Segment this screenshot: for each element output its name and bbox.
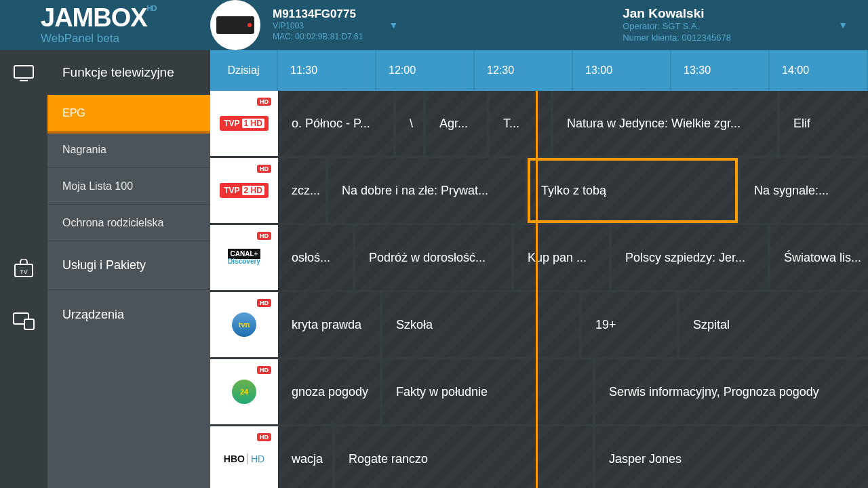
today-cell[interactable]: Dzisiaj — [210, 50, 278, 91]
program-cell-selected[interactable]: Tylko z tobą — [528, 158, 738, 223]
svg-text:TV: TV — [20, 268, 28, 275]
program-cell[interactable]: kryta prawda — [278, 292, 380, 357]
channel-logo: TVP1 HD — [220, 116, 269, 131]
main: TV Funkcje telewizyjne EPG Nagrania Moja… — [0, 50, 868, 488]
channel-cell[interactable]: HDHBOHD — [210, 426, 278, 488]
device-image — [210, 0, 260, 50]
hd-badge: HD — [257, 98, 271, 106]
channel-logo: tvn — [232, 312, 256, 337]
channel-cell[interactable]: HDtvn — [210, 292, 278, 357]
header: JAMBOXHD WebPanel beta M91134FG0775 VIP1… — [0, 0, 868, 50]
services-icon[interactable]: TV — [12, 259, 35, 278]
program-cell[interactable]: Szkoła — [382, 292, 579, 357]
nav-group-tv[interactable]: Funkcje telewizyjne — [47, 50, 210, 95]
epg-rows: HDTVP1 HDo. Północ - P...\Agr...T...Natu… — [210, 91, 868, 488]
program-cell[interactable]: osłoś... — [278, 225, 353, 290]
channel-cell[interactable]: HDTVP2 HD — [210, 158, 278, 223]
program-cell[interactable]: Podróż w dorosłość... — [355, 225, 511, 290]
time-cell[interactable]: 11:30 — [278, 50, 376, 91]
program-cell[interactable]: Szpital — [679, 292, 868, 357]
user-clientno: Numer klienta: 0012345678 — [623, 33, 812, 44]
time-cell[interactable]: 13:30 — [671, 50, 770, 91]
channel-logo: HBOHD — [224, 453, 264, 464]
logo-subtitle: WebPanel beta — [41, 32, 210, 45]
program-cell[interactable]: Elif — [780, 91, 868, 156]
channel-cell[interactable]: HDCANAL+Discovery — [210, 225, 278, 290]
program-cell[interactable]: Światowa lis... — [770, 225, 868, 290]
logo: JAMBOXHD — [41, 5, 210, 30]
program-cell[interactable]: Serwis informacyjny, Prognoza pogody — [595, 359, 868, 424]
program-track: kryta prawdaSzkoła19+Szpital — [278, 292, 868, 357]
svg-rect-0 — [14, 66, 33, 78]
device-selector[interactable]: M91134FG0775 VIP1003 MAC: 00:02:9B:81:D7… — [210, 0, 623, 50]
hd-badge: HD — [257, 299, 271, 307]
program-cell[interactable]: Na sygnale:... — [741, 158, 868, 223]
channel-logo: 24 — [232, 380, 256, 404]
program-cell[interactable]: 19+ — [582, 292, 677, 357]
nav-group-devices[interactable]: Urządzenia — [47, 290, 210, 339]
nav-item-parental[interactable]: Ochrona rodzicielska — [47, 205, 210, 241]
epg-row: HDHBOHDwacjaRogate ranczoJasper Jones — [210, 426, 868, 488]
chevron-down-icon[interactable]: ▼ — [825, 20, 848, 30]
tv-icon[interactable] — [12, 64, 35, 83]
nav-group-services[interactable]: Usługi i Pakiety — [47, 241, 210, 290]
channel-logo: TVP2 HD — [220, 183, 269, 198]
hd-badge: HD — [257, 165, 271, 173]
time-cell[interactable]: 14:00 — [770, 50, 868, 91]
time-cell[interactable]: 12:00 — [376, 50, 475, 91]
svg-rect-5 — [24, 319, 34, 329]
program-cell[interactable]: T... — [490, 91, 551, 156]
logo-block: JAMBOXHD WebPanel beta — [0, 5, 210, 45]
nav-item-recordings[interactable]: Nagrania — [47, 131, 210, 168]
hd-badge: HD — [257, 433, 271, 441]
program-cell[interactable]: Na dobre i na złe: Prywat... — [328, 158, 525, 223]
program-cell[interactable]: gnoza pogody — [278, 359, 380, 424]
epg-row: HDTVP1 HDo. Północ - P...\Agr...T...Natu… — [210, 91, 868, 156]
device-name: M91134FG0775 — [273, 7, 363, 21]
logo-hd-badge: HD — [147, 4, 157, 12]
program-track: zcz...Na dobre i na złe: Prywat...Tylko … — [278, 158, 868, 223]
chevron-down-icon[interactable]: ▼ — [375, 20, 425, 30]
program-cell[interactable]: o. Północ - P... — [278, 91, 393, 156]
channel-cell[interactable]: HD24 — [210, 359, 278, 424]
program-track: wacjaRogate ranczoJasper Jones — [278, 426, 868, 488]
program-cell[interactable]: Fakty w południe — [382, 359, 593, 424]
user-name: Jan Kowalski — [623, 6, 812, 21]
devices-icon[interactable] — [12, 312, 35, 331]
epg-row: HDCANAL+Discoveryosłoś...Podróż w dorosł… — [210, 225, 868, 290]
nav-item-mylist[interactable]: Moja Lista 100 — [47, 168, 210, 205]
device-profile: VIP1003 — [273, 21, 363, 32]
user-selector[interactable]: Jan Kowalski Operator: SGT S.A. Numer kl… — [623, 6, 848, 44]
program-track: gnoza pogodyFakty w południeSerwis infor… — [278, 359, 868, 424]
program-cell[interactable]: wacja — [278, 426, 332, 488]
time-cell[interactable]: 12:30 — [475, 50, 573, 91]
program-track: osłoś...Podróż w dorosłość...Kup pan ...… — [278, 225, 868, 290]
program-cell[interactable]: Kup pan ... — [514, 225, 609, 290]
hd-badge: HD — [257, 232, 271, 240]
user-operator: Operator: SGT S.A. — [623, 21, 812, 33]
time-cell[interactable]: 13:00 — [573, 50, 671, 91]
epg-row: HD24gnoza pogodyFakty w południeSerwis i… — [210, 359, 868, 424]
channel-logo: CANAL+Discovery — [228, 250, 261, 265]
epg-grid: Dzisiaj 11:3012:0012:3013:0013:3014:00 H… — [210, 50, 868, 488]
program-cell[interactable]: Agr... — [426, 91, 487, 156]
program-cell[interactable]: Natura w Jedynce: Wielkie zgr... — [553, 91, 777, 156]
sidebar: Funkcje telewizyjne EPG Nagrania Moja Li… — [47, 50, 210, 488]
program-cell[interactable]: Jasper Jones — [595, 426, 868, 488]
epg-row: HDTVP2 HDzcz...Na dobre i na złe: Prywat… — [210, 158, 868, 223]
program-cell[interactable]: zcz... — [278, 158, 326, 223]
now-indicator — [536, 91, 538, 488]
time-header: Dzisiaj 11:3012:0012:3013:0013:3014:00 — [210, 50, 868, 91]
device-mac: MAC: 00:02:9B:81:D7:61 — [273, 32, 363, 43]
nav-item-epg[interactable]: EPG — [47, 95, 210, 131]
icon-rail: TV — [0, 50, 47, 488]
program-cell[interactable]: Polscy szpiedzy: Jer... — [612, 225, 768, 290]
program-cell[interactable]: Rogate ranczo — [335, 426, 593, 488]
channel-cell[interactable]: HDTVP1 HD — [210, 91, 278, 156]
program-cell[interactable]: \ — [396, 91, 423, 156]
epg-row: HDtvnkryta prawdaSzkoła19+Szpital — [210, 292, 868, 357]
hd-badge: HD — [257, 366, 271, 374]
program-track: o. Północ - P...\Agr...T...Natura w Jedy… — [278, 91, 868, 156]
